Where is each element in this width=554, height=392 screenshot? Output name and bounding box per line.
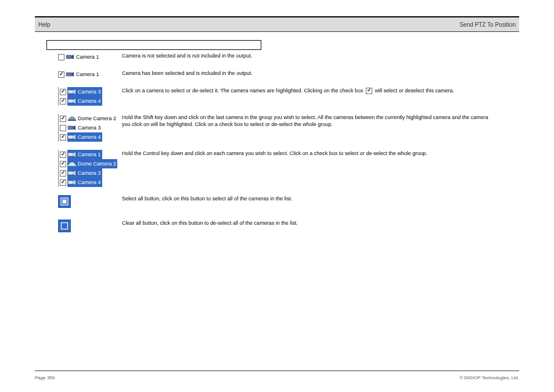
- svg-rect-4: [68, 90, 73, 93]
- camera-label[interactable]: Dome Camera 2: [78, 161, 116, 167]
- svg-rect-16: [68, 171, 73, 175]
- row4-desc: Hold the Shift key down and click on the…: [122, 114, 519, 128]
- svg-marker-7: [73, 99, 75, 103]
- checkbox-unchecked[interactable]: [60, 125, 66, 131]
- checkbox-checked[interactable]: [60, 170, 66, 177]
- svg-rect-15: [68, 165, 76, 166]
- camera-icon: [66, 71, 75, 78]
- help-header-band: Help Send PTZ To Position: [35, 17, 519, 31]
- checkbox-checked[interactable]: [60, 89, 66, 95]
- header-right: Send PTZ To Position: [459, 21, 516, 28]
- checkbox-unchecked[interactable]: [58, 54, 64, 60]
- svg-marker-10: [73, 125, 75, 130]
- svg-rect-21: [63, 200, 67, 204]
- row1-desc: Camera is not selected and is not includ…: [122, 52, 519, 59]
- svg-rect-18: [68, 181, 73, 184]
- camera-label[interactable]: Camera 3: [78, 89, 101, 95]
- camera-icon: [67, 88, 77, 95]
- checkbox-checked[interactable]: [60, 152, 66, 158]
- camera-label: Camera 1: [76, 54, 99, 60]
- dome-camera-icon: [67, 160, 77, 167]
- intro-table: [46, 40, 261, 50]
- camera-icon: [67, 179, 77, 186]
- camera-label[interactable]: Camera 3: [78, 170, 101, 176]
- svg-rect-0: [66, 55, 71, 59]
- svg-marker-14: [73, 152, 75, 157]
- camera-icon: [67, 124, 77, 131]
- row2-desc: Camera has been selected and is included…: [122, 70, 519, 77]
- svg-rect-11: [68, 135, 73, 139]
- svg-rect-13: [68, 153, 73, 156]
- camera-icon: [66, 53, 75, 60]
- camera-label[interactable]: Camera 3: [78, 125, 101, 131]
- dome-camera-icon: [67, 115, 77, 122]
- camera-label[interactable]: Camera 4: [78, 179, 101, 185]
- camera-label[interactable]: Camera 1: [78, 152, 101, 157]
- footer-copyright: © DIGIOP Technologies, Ltd.: [459, 375, 519, 380]
- svg-marker-5: [73, 89, 75, 94]
- svg-rect-9: [68, 126, 73, 130]
- header-left: Help: [38, 21, 51, 28]
- checkbox-checked[interactable]: [60, 116, 66, 122]
- checkbox-checked[interactable]: [60, 179, 66, 186]
- toolB-desc: Clear all button, click on this button t…: [122, 220, 519, 226]
- checkbox-checked[interactable]: [60, 98, 66, 105]
- camera-icon: [67, 170, 77, 177]
- svg-rect-6: [68, 99, 73, 103]
- camera-icon: [67, 98, 77, 105]
- camera-label[interactable]: Camera 4: [78, 134, 101, 140]
- camera-label[interactable]: Camera 4: [78, 98, 101, 104]
- svg-marker-3: [71, 72, 74, 77]
- svg-marker-1: [71, 55, 74, 59]
- svg-rect-22: [62, 223, 68, 229]
- svg-marker-19: [73, 180, 75, 185]
- select-all-button[interactable]: [58, 195, 71, 208]
- checkbox-checked[interactable]: [60, 161, 66, 167]
- svg-marker-17: [73, 171, 75, 175]
- row3-desc: Click on a camera to select or de-select…: [122, 87, 519, 94]
- footer-page: Page 350: [35, 375, 55, 380]
- svg-rect-2: [66, 73, 71, 76]
- camera-label: Camera 1: [76, 71, 99, 77]
- checkbox-checked[interactable]: [60, 134, 66, 141]
- toolA-desc: Select all button, click on this button …: [122, 195, 519, 202]
- row5-desc: Hold the Control key down and click on e…: [122, 150, 519, 157]
- clear-all-button[interactable]: [58, 220, 71, 232]
- camera-label[interactable]: Dome Camera 2: [78, 116, 116, 121]
- svg-marker-12: [73, 135, 75, 139]
- checkbox-checked[interactable]: [58, 71, 64, 78]
- camera-icon: [67, 134, 77, 141]
- inline-checkbox-icon: [366, 88, 372, 94]
- svg-rect-8: [68, 120, 76, 121]
- camera-icon: [67, 151, 77, 158]
